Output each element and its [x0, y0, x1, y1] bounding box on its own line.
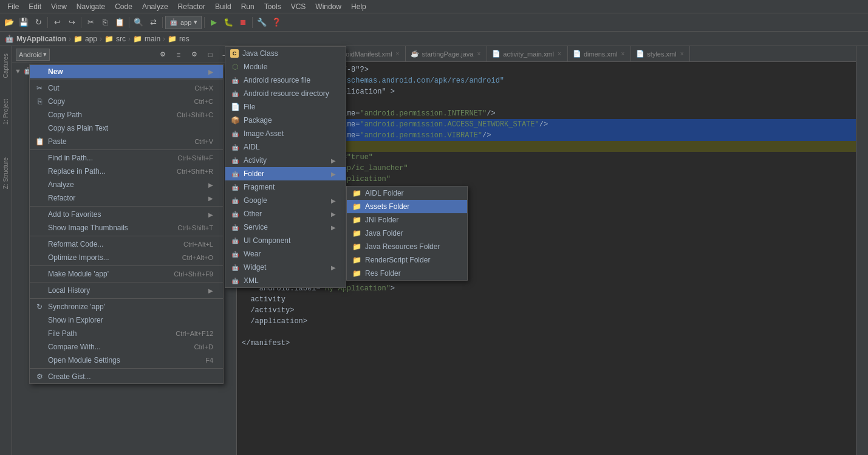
- folder-submenu-assets[interactable]: 📁 Assets Folder: [347, 200, 467, 213]
- toolbar-find-btn[interactable]: 🔍: [132, 16, 145, 29]
- new-submenu-google[interactable]: 🤖 Google ▶: [225, 194, 346, 207]
- tab-dimens[interactable]: 📄 dimens.xml ×: [568, 46, 631, 62]
- ctx-menu-item-analyze[interactable]: Analyze ▶: [30, 178, 223, 191]
- menu-help[interactable]: Help: [346, 1, 371, 12]
- toolbar-sync-btn[interactable]: ↻: [32, 16, 45, 29]
- new-submenu-package[interactable]: 📦 Package: [225, 114, 346, 127]
- ctx-menu-item-copyptext[interactable]: Copy as Plain Text: [30, 121, 223, 135]
- ctx-menu-item-refactor[interactable]: Refactor ▶: [30, 191, 223, 205]
- toolbar-debug-btn[interactable]: 🐛: [222, 16, 235, 29]
- ctx-menu-item-syncapp[interactable]: ↻ Synchronize 'app': [30, 300, 223, 313]
- new-submenu-folder[interactable]: 🤖 Folder ▶: [225, 167, 346, 180]
- new-submenu-module[interactable]: ⬡ Module: [225, 60, 346, 74]
- new-submenu-android-resource-file[interactable]: 🤖 Android resource file: [225, 74, 346, 87]
- new-submenu-fragment[interactable]: 🤖 Fragment: [225, 180, 346, 194]
- folder-submenu-renderscript[interactable]: 📁 RenderScript Folder: [347, 253, 467, 267]
- new-submenu-xml[interactable]: 🤖 XML: [225, 274, 346, 287]
- tab-dimens-close[interactable]: ×: [620, 50, 626, 57]
- app-selector[interactable]: 🤖 app ▾: [165, 16, 202, 29]
- toolbar-run-btn[interactable]: ▶: [207, 16, 220, 29]
- ctx-menu-item-copy[interactable]: ⎘ Copy Ctrl+C: [30, 95, 223, 108]
- menu-navigate[interactable]: Navigate: [72, 1, 110, 12]
- menu-analyze[interactable]: Analyze: [137, 1, 173, 12]
- android-panel-layout-btn[interactable]: □: [203, 48, 217, 61]
- toolbar-paste-btn[interactable]: 📋: [113, 16, 126, 29]
- ctx-menu-item-optimizeimports[interactable]: Optimize Imports... Ctrl+Alt+O: [30, 251, 223, 264]
- breadcrumb-main[interactable]: main: [145, 35, 160, 43]
- toolbar-replace-btn[interactable]: ⇄: [146, 16, 160, 29]
- menu-file[interactable]: File: [2, 1, 24, 12]
- menu-view[interactable]: View: [46, 1, 72, 12]
- ctx-menu-item-findinpath[interactable]: Find in Path... Ctrl+Shift+F: [30, 151, 223, 165]
- toolbar-cut-btn[interactable]: ✂: [84, 16, 97, 29]
- android-panel-settings-btn[interactable]: ⚙: [156, 48, 169, 61]
- toolbar-redo-btn[interactable]: ↪: [65, 16, 78, 29]
- toolbar-tools-btn[interactable]: 🔧: [255, 16, 268, 29]
- breadcrumb-res[interactable]: res: [179, 35, 190, 43]
- ctx-menu-item-showthumbs[interactable]: Show Image Thumbnails Ctrl+Shift+T: [30, 221, 223, 234]
- ctx-menu-item-showinexplorer[interactable]: Show in Explorer: [30, 313, 223, 327]
- folder-java-resources-label-group: 📁 Java Resources Folder: [352, 242, 440, 251]
- menu-code[interactable]: Code: [110, 1, 137, 12]
- menu-tools[interactable]: Tools: [259, 1, 286, 12]
- android-panel-tree-btn[interactable]: ≡: [172, 48, 185, 61]
- menu-edit[interactable]: Edit: [24, 1, 46, 12]
- ctx-menu-item-reformatcode[interactable]: Reformat Code... Ctrl+Alt+L: [30, 238, 223, 251]
- new-submenu-javaclass[interactable]: C Java Class: [225, 47, 346, 60]
- new-submenu-image-asset[interactable]: 🤖 Image Asset: [225, 127, 346, 140]
- new-submenu-file[interactable]: 📄 File: [225, 100, 346, 114]
- tab-startingpage-close[interactable]: ×: [476, 50, 482, 57]
- folder-submenu-jni[interactable]: 📁 JNI Folder: [347, 213, 467, 227]
- menu-window[interactable]: Window: [310, 1, 346, 12]
- ctx-menu-item-cut[interactable]: ✂ Cut Ctrl+X: [30, 81, 223, 95]
- ctx-menu-item-openmodsettings[interactable]: Open Module Settings F4: [30, 354, 223, 367]
- left-tab-captures[interactable]: Captures: [1, 51, 10, 81]
- menu-run[interactable]: Run: [236, 1, 259, 12]
- ctx-menu-item-localhistory[interactable]: Local History ▶: [30, 284, 223, 297]
- breadcrumb-app[interactable]: app: [85, 35, 97, 43]
- tab-styles[interactable]: 📄 styles.xml ×: [631, 46, 690, 62]
- menu-build[interactable]: Build: [210, 1, 236, 12]
- left-tab-project[interactable]: 1: Project: [1, 97, 10, 127]
- tab-startingpage[interactable]: ☕ startingPage.java ×: [406, 46, 487, 62]
- ctx-menu-item-replaceinpath[interactable]: Replace in Path... Ctrl+Shift+R: [30, 165, 223, 178]
- ctx-menu-item-creategist[interactable]: ⚙ Create Gist...: [30, 370, 223, 383]
- new-submenu-activity[interactable]: 🤖 Activity ▶: [225, 154, 346, 167]
- ctx-menu-item-filepath[interactable]: File Path Ctrl+Alt+F12: [30, 327, 223, 340]
- ctx-menu-item-new[interactable]: New ▶: [30, 65, 223, 78]
- tab-activitymain-close[interactable]: ×: [556, 50, 562, 57]
- new-submenu-wear[interactable]: 🤖 Wear: [225, 247, 346, 261]
- new-submenu-service[interactable]: 🤖 Service ▶: [225, 221, 346, 234]
- new-submenu-android-resource-dir[interactable]: 🤖 Android resource directory: [225, 87, 346, 100]
- tab-activitymain[interactable]: 📄 activity_main.xml ×: [487, 46, 568, 62]
- toolbar-help-btn[interactable]: ❓: [270, 16, 283, 29]
- ctx-menu-item-makemodule[interactable]: Make Module 'app' Ctrl+Shift+F9: [30, 267, 223, 281]
- ctx-menu-item-paste[interactable]: 📋 Paste Ctrl+V: [30, 135, 223, 148]
- new-submenu-aidl[interactable]: 🤖 AIDL: [225, 140, 346, 154]
- breadcrumb-app-title[interactable]: MyApplication: [16, 35, 66, 43]
- folder-submenu-java[interactable]: 📁 Java Folder: [347, 227, 467, 240]
- tab-styles-close[interactable]: ×: [679, 50, 685, 57]
- new-submenu-uicomponent[interactable]: 🤖 UI Component: [225, 234, 346, 247]
- android-panel-gear-btn[interactable]: ⚙: [188, 48, 201, 61]
- menu-vcs[interactable]: VCS: [286, 1, 311, 12]
- tab-androidmanifest-close[interactable]: ×: [395, 50, 401, 57]
- breadcrumb-src[interactable]: src: [116, 35, 126, 43]
- folder-submenu-java-resources[interactable]: 📁 Java Resources Folder: [347, 240, 467, 253]
- toolbar-open-btn[interactable]: 📂: [2, 16, 16, 29]
- new-submenu-widget[interactable]: 🤖 Widget ▶: [225, 261, 346, 274]
- ctx-menu-item-copypath[interactable]: Copy Path Ctrl+Shift+C: [30, 108, 223, 121]
- new-submenu-other[interactable]: 🤖 Other ▶: [225, 207, 346, 221]
- android-dropdown[interactable]: Android ▾: [16, 49, 50, 61]
- ctx-menu-item-comparewith[interactable]: Compare With... Ctrl+D: [30, 340, 223, 354]
- toolbar-copy-btn[interactable]: ⎘: [98, 16, 112, 29]
- folder-submenu-aidl[interactable]: 📁 AIDL Folder: [347, 186, 467, 200]
- left-tab-structure[interactable]: Z: Structure: [1, 155, 10, 191]
- menu-refactor[interactable]: Refactor: [173, 1, 210, 12]
- toolbar-save-btn[interactable]: 💾: [17, 16, 30, 29]
- toolbar-stop-btn[interactable]: ⏹: [236, 16, 250, 29]
- folder-jni-label-group: 📁 JNI Folder: [352, 215, 398, 225]
- ctx-menu-item-addtofav[interactable]: Add to Favorites ▶: [30, 208, 223, 221]
- toolbar-undo-btn[interactable]: ↩: [50, 16, 64, 29]
- folder-submenu-res[interactable]: 📁 Res Folder: [347, 267, 467, 280]
